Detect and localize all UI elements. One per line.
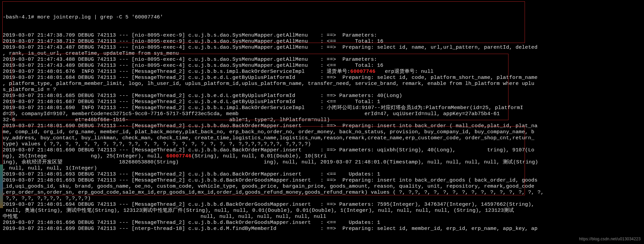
redacted-region: ███████████████████ [15, 117, 75, 123]
log-line: ?,?, ?,?, ?,?,?,?, ?,?,?,?) [3, 195, 641, 201]
grep-match: 60007746 [350, 68, 375, 75]
log-line: 2019-03-07 21:48:01.693 DEBUG 742113 ---… [3, 177, 641, 183]
terminal-window[interactable]: -bash-4.1# more jointerp.log | grep -C 5… [0, 0, 644, 244]
redacted-region: ███████████████████████████ [179, 159, 264, 165]
log-line: 2019-03-07 21:48:01.687 DEBUG 742113 ---… [3, 99, 641, 105]
log-line: ng), 25(Intege██████████████ng), 25(Inte… [3, 153, 641, 159]
redacted-region: ████████████████████████████████ [128, 117, 229, 123]
shell-prompt: -bash-4.1# more jointerp.log | grep -C 5… [3, 14, 641, 20]
log-line: 32-6███████████████████et=e46bf66e-1b16-… [3, 117, 641, 123]
log-line: 2019-03-07 21:48:01.693 DEBUG 742113 ---… [3, 171, 641, 177]
log-line: ing), 余杭经济开发区望██████████████████18268053… [3, 159, 641, 165]
log-line: 2019-03-07 21:48:01.694 DEBUG 742113 ---… [3, 201, 641, 207]
log-line: 2019-03-07 21:48:01.696 DEBUG 742113 ---… [3, 219, 641, 226]
log-line: null, 奥迪(String), 测试中性笔(String), 123123测… [3, 207, 641, 213]
log-line: , null, null, null, 1(Integer) [3, 165, 641, 171]
log-line: 2019-03-07 21:47:38.712 DEBUG 742113 ---… [3, 38, 641, 44]
log-line: 2019-03-07 21:48:01.699 DEBUG 742113 ---… [3, 226, 641, 232]
redacted-region: ████████████████████████████████████████… [18, 213, 198, 219]
log-line: 2019-03-07 21:48:01.690 DEBUG 742113 ---… [3, 147, 641, 153]
log-line: 2019-03-07 21:48:01.684 DEBUG 742113 ---… [3, 75, 641, 81]
log-output: 2019-03-07 21:47:38.709 DEBUG 742113 ---… [3, 32, 641, 232]
log-line: 2019-03-07 21:48:01.690 INFO 742113 --- … [3, 105, 641, 111]
log-line: 2019-03-07 21:48:01.690 DEBUG 742113 ---… [3, 123, 641, 129]
log-line: me, comp_id, org_id, org_name, member_id… [3, 129, 641, 135]
log-line: 2019-03-07 21:47:43.487 DEBUG 742113 ---… [3, 44, 641, 50]
redacted-region: █████████ [459, 147, 487, 153]
log-line: 2019-03-07 21:48:01.676 INFO 742113 --- … [3, 68, 641, 75]
log-line: s_platform_id = ? [3, 87, 641, 93]
grep-match: 60007746 [166, 153, 192, 159]
redacted-region: ████████████████████████████████████████… [327, 153, 547, 159]
log-line: , platform_type, platform_member_limit, … [3, 81, 641, 87]
redacted-region: ██████████████ [47, 153, 91, 159]
log-line: ,erp_order_sn,order_sn, erp_good_code,sa… [3, 189, 641, 195]
log-line: 中性笔█████████████████████████████████████… [3, 213, 641, 219]
log-line: 2019-03-07 21:48:01.685 DEBUG 742113 ---… [3, 93, 641, 99]
log-line: uy_address, buy_contact, buy_linkman, ch… [3, 135, 641, 141]
log-line: _id,uqi_goods_id, sku, brand, goods_name… [3, 183, 641, 189]
log-line: 2019-03-07 21:47:43.489 DEBUG 742113 ---… [3, 62, 641, 68]
editor-gutter-strip [0, 164, 3, 208]
log-line: d=25, companyId=9107, memberCode=ec3271c… [3, 111, 641, 117]
source-watermark: https://blog.csdn.net/u013034223 [579, 236, 641, 242]
redacted-region: ██████████████████ [62, 159, 119, 165]
log-line: type) values ( ?,?, ?, ?, ?, ?, ?, ?,?, … [3, 141, 641, 147]
redacted-region: ████████████████████████████████████████ [238, 111, 364, 117]
log-line: 2019-03-07 21:47:43.488 DEBUG 742113 ---… [3, 56, 641, 62]
log-line: , rank, is_out_url, createTime, updateTi… [3, 50, 641, 56]
log-line: 2019-03-07 21:47:38.709 DEBUG 742113 ---… [3, 32, 641, 38]
